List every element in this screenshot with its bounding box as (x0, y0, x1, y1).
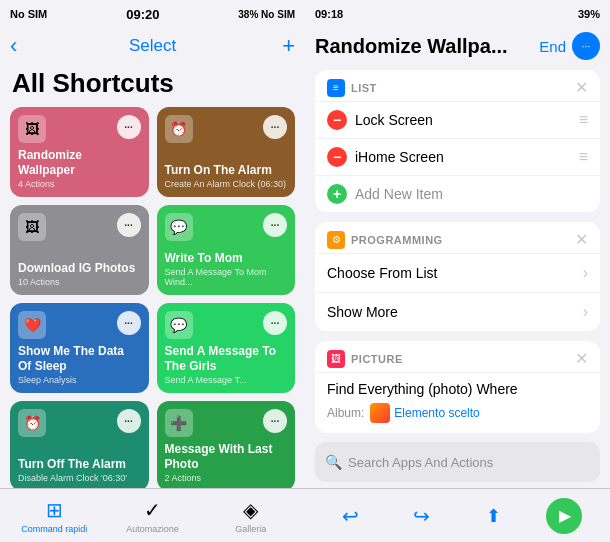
card-subtitle: 2 Actions (165, 473, 288, 483)
card-menu-button[interactable]: ··· (117, 213, 141, 237)
card-menu-button[interactable]: ··· (263, 115, 287, 139)
shortcut-card-turn-on-alarm[interactable]: ⏰ ··· Turn On The Alarm Create An Alarm … (157, 107, 296, 197)
tab-label: Automazione (126, 524, 179, 534)
drag-handle-icon[interactable]: ≡ (579, 111, 588, 129)
home-screen-label: iHome Screen (355, 149, 571, 165)
right-panel: 09:18 39% Randomize Wallpa... End ··· ≡ … (305, 0, 610, 542)
end-button[interactable]: End (539, 38, 566, 55)
select-button[interactable]: Select (129, 36, 176, 56)
search-bar[interactable]: 🔍 Search Apps And Actions (315, 442, 600, 482)
add-shortcut-button[interactable]: + (282, 33, 295, 59)
list-item-add-new[interactable]: + Add New Item (315, 175, 600, 212)
pic-section-header: 🖼 PICTURE ✕ (315, 341, 600, 372)
chevron-right-icon: › (583, 264, 588, 282)
card-subtitle: Disable Alarm Clock '06:30' (18, 473, 141, 483)
right-nav: Randomize Wallpa... End ··· (305, 28, 610, 64)
right-bottom-bar: ↩ ↪ ⬆ ▶ (305, 488, 610, 542)
undo-button[interactable]: ↩ (333, 498, 369, 534)
shortcut-card-randomize-wallpaper[interactable]: 🖼 ··· Randomize Wallpaper 4 Actions (10, 107, 149, 197)
choose-from-list-label: Choose From List (327, 265, 437, 281)
album-label: Album: (327, 406, 364, 420)
right-battery: 39% (578, 8, 600, 20)
programming-section-card: ⚙ PROGRAMMING ✕ Choose From List › Show … (315, 222, 600, 331)
show-more-row[interactable]: Show More › (315, 292, 600, 331)
shortcut-card-turn-off-alarm[interactable]: ⏰ ··· Turn Off The Alarm Disable Alarm C… (10, 401, 149, 488)
search-placeholder: Search Apps And Actions (348, 455, 493, 470)
grid-icon: ⊞ (46, 498, 63, 522)
pic-section-close-button[interactable]: ✕ (575, 349, 588, 368)
left-nav: ‹ Select + (0, 28, 305, 64)
shortcut-card-write-mom[interactable]: 💬 ··· Write To Mom Send A Message To Mom… (157, 205, 296, 295)
choose-from-list-row[interactable]: Choose From List › (315, 253, 600, 292)
chevron-right-icon: › (583, 303, 588, 321)
left-panel: No SIM 09:20 38% No SIM ‹ Select + All S… (0, 0, 305, 542)
share-button[interactable]: ⬆ (475, 498, 511, 534)
card-subtitle: Create An Alarm Clock (06:30) (165, 179, 288, 189)
left-status-bar: No SIM 09:20 38% No SIM (0, 0, 305, 28)
card-menu-button[interactable]: ··· (117, 409, 141, 433)
card-title: Show Me The Data Of Sleep (18, 344, 141, 373)
play-icon: ▶ (559, 506, 571, 525)
left-time: 09:20 (126, 7, 159, 22)
card-menu-button[interactable]: ··· (117, 311, 141, 335)
lock-screen-label: Lock Screen (355, 112, 571, 128)
more-options-button[interactable]: ··· (572, 32, 600, 60)
shortcut-card-message-photo[interactable]: ➕ ··· Message With Last Photo 2 Actions (157, 401, 296, 488)
tab-command-rapidi[interactable]: ⊞ Command rapidi (5, 498, 103, 534)
prog-section-close-button[interactable]: ✕ (575, 230, 588, 249)
shortcut-card-send-girls[interactable]: 💬 ··· Send A Message To The Girls Send A… (157, 303, 296, 393)
card-subtitle: Send A Message T... (165, 375, 288, 385)
add-item-button[interactable]: + (327, 184, 347, 204)
shortcut-card-show-sleep[interactable]: ❤️ ··· Show Me The Data Of Sleep Sleep A… (10, 303, 149, 393)
prog-section-icon: ⚙ (327, 231, 345, 249)
card-title: Randomize Wallpaper (18, 148, 141, 177)
gallery-icon: ◈ (243, 498, 258, 522)
picture-section-card: 🖼 PICTURE ✕ Find Everything (photo) Wher… (315, 341, 600, 433)
card-icon: ⏰ (18, 409, 46, 437)
search-icon: 🔍 (325, 454, 342, 470)
album-value[interactable]: Elemento scelto (370, 403, 479, 423)
pic-section-title: PICTURE (351, 353, 403, 365)
card-icon: ➕ (165, 409, 193, 437)
tab-galleria[interactable]: ◈ Galleria (202, 498, 300, 534)
right-status-bar: 09:18 39% (305, 0, 610, 28)
pic-album-row[interactable]: Album: Elemento scelto (327, 403, 588, 423)
card-icon: ⏰ (165, 115, 193, 143)
prog-section-header: ⚙ PROGRAMMING ✕ (315, 222, 600, 253)
card-menu-button[interactable]: ··· (263, 409, 287, 433)
list-section-header: ≡ LIST ✕ (315, 70, 600, 101)
card-title: Download IG Photos (18, 261, 141, 275)
show-more-label: Show More (327, 304, 398, 320)
card-icon: 🖼 (18, 213, 46, 241)
card-title: Send A Message To The Girls (165, 344, 288, 373)
card-menu-button[interactable]: ··· (263, 213, 287, 237)
pic-find-label: Find Everything (photo) Where (327, 381, 588, 397)
shortcut-card-download-ig[interactable]: 🖼 ··· Download IG Photos 10 Actions (10, 205, 149, 295)
remove-home-screen-button[interactable]: − (327, 147, 347, 167)
add-item-placeholder: Add New Item (355, 186, 588, 202)
left-tab-bar: ⊞ Command rapidi ✓ Automazione ◈ Galleri… (0, 488, 305, 542)
tab-label: Command rapidi (21, 524, 87, 534)
remove-lock-screen-button[interactable]: − (327, 110, 347, 130)
list-section-close-button[interactable]: ✕ (575, 78, 588, 97)
shortcut-title: Randomize Wallpa... (315, 35, 539, 58)
pic-section-icon: 🖼 (327, 350, 345, 368)
tab-automazione[interactable]: ✓ Automazione (103, 498, 201, 534)
card-subtitle: 4 Actions (18, 179, 141, 189)
list-item-home-screen[interactable]: − iHome Screen ≡ (315, 138, 600, 175)
redo-button[interactable]: ↪ (404, 498, 440, 534)
left-carrier: No SIM (10, 8, 47, 20)
drag-handle-icon[interactable]: ≡ (579, 148, 588, 166)
list-section-icon: ≡ (327, 79, 345, 97)
tab-label: Galleria (235, 524, 266, 534)
play-button[interactable]: ▶ (546, 498, 582, 534)
share-icon: ⬆ (486, 505, 501, 527)
card-title: Turn On The Alarm (165, 163, 288, 177)
list-item-lock-screen[interactable]: − Lock Screen ≡ (315, 101, 600, 138)
back-button[interactable]: ‹ (10, 33, 17, 59)
card-menu-button[interactable]: ··· (117, 115, 141, 139)
card-menu-button[interactable]: ··· (263, 311, 287, 335)
page-title: All Shortcuts (0, 64, 305, 107)
redo-icon: ↪ (413, 504, 430, 528)
card-icon: 🖼 (18, 115, 46, 143)
